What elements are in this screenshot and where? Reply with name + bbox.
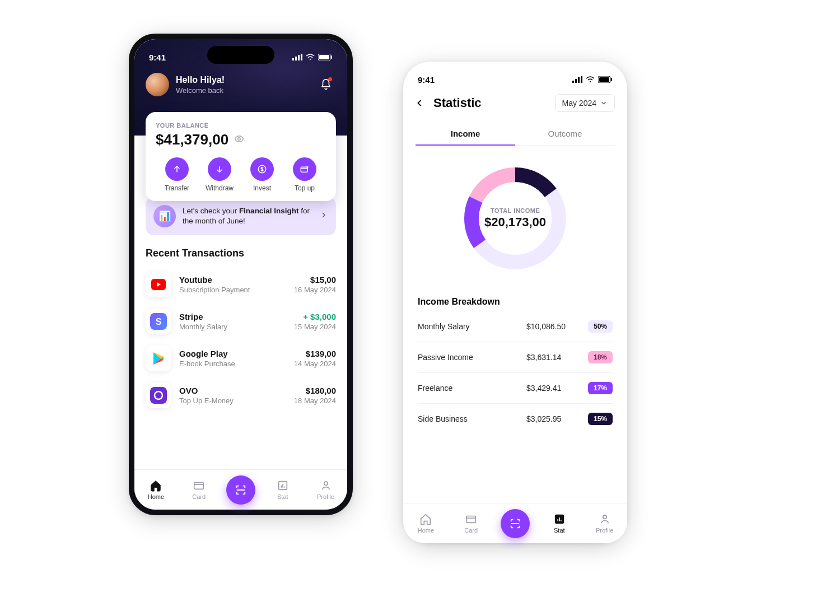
recent-transactions-title: Recent Transactions (146, 248, 336, 259)
svg-rect-2 (298, 55, 300, 60)
tab-label: Home (148, 493, 164, 500)
tab-outcome[interactable]: Outcome (515, 122, 615, 145)
avatar[interactable] (146, 73, 169, 96)
status-time: 9:41 (418, 75, 435, 85)
segmented-control: Income Outcome (416, 122, 615, 146)
svg-rect-3 (301, 54, 302, 60)
svg-rect-10 (301, 167, 307, 172)
notifications-button[interactable] (316, 74, 336, 95)
breakdown-name: Passive Income (418, 353, 526, 362)
back-button[interactable] (411, 95, 428, 111)
transaction-name: Google Play (179, 349, 286, 358)
transaction-amount: $180,00 (294, 386, 336, 395)
breakdown-amount: $3,025.95 (526, 414, 588, 423)
transaction-name: Youtube (179, 275, 286, 284)
dollar-circle-icon (257, 164, 267, 174)
tab-label: Profile (317, 493, 334, 500)
signal-icon (292, 54, 302, 60)
youtube-icon (146, 272, 171, 297)
svg-rect-16 (194, 483, 204, 489)
breakdown-name: Freelance (418, 384, 526, 393)
transaction-amount: $15,00 (294, 275, 336, 284)
notification-dot (328, 77, 332, 81)
transaction-date: 15 May 2024 (294, 323, 336, 331)
svg-rect-20 (575, 79, 577, 83)
action-label: Transfer (165, 184, 189, 192)
tab-home[interactable]: Home (140, 479, 171, 500)
svg-rect-25 (599, 77, 609, 82)
svg-rect-6 (319, 55, 329, 59)
transaction-row[interactable]: Youtube Subscription Payment $15,00 16 M… (146, 266, 336, 303)
action-withdraw[interactable]: Withdraw (202, 157, 237, 192)
wifi-icon (306, 54, 315, 60)
tab-bar: Home Card Stat Profile (403, 503, 627, 543)
tab-stat[interactable]: Stat (267, 479, 298, 500)
breakdown-row[interactable]: Passive Income $3,631.14 18% (418, 342, 613, 373)
transaction-row[interactable]: OVO Top Up E-Money $180,00 18 May 2024 (146, 377, 336, 414)
wifi-icon (586, 76, 595, 83)
svg-rect-26 (611, 78, 612, 81)
tab-income[interactable]: Income (416, 122, 515, 145)
chevron-right-icon (319, 211, 328, 222)
home-icon (150, 479, 162, 492)
transaction-date: 16 May 2024 (294, 286, 336, 294)
tab-home[interactable]: Home (410, 513, 441, 534)
tab-stat[interactable]: Stat (544, 513, 575, 534)
insight-banner[interactable]: 📊 Let's check your Financial Insight for… (146, 197, 336, 235)
tab-label: Stat (554, 527, 565, 534)
breakdown-name: Monthly Salary (418, 322, 526, 331)
tab-label: Stat (277, 493, 288, 500)
income-donut-chart: TOTAL INCOME $20,173,00 (459, 162, 571, 274)
breakdown-badge: 17% (588, 382, 613, 394)
tab-profile[interactable]: Profile (310, 479, 342, 500)
battery-icon (318, 54, 333, 60)
tab-card[interactable]: Card (183, 479, 214, 500)
breakdown-row[interactable]: Freelance $3,429.41 17% (418, 373, 613, 404)
svg-rect-22 (581, 76, 582, 83)
period-selector[interactable]: May 2024 (555, 94, 615, 112)
transaction-row[interactable]: Google Play E-book Purchase $139,00 14 M… (146, 340, 336, 377)
insight-icon: 📊 (153, 205, 176, 227)
home-icon (419, 513, 432, 525)
balance-card: YOUR BALANCE $41,379,00 Transfer Withdra… (146, 112, 336, 201)
tab-card[interactable]: Card (455, 513, 487, 534)
toggle-visibility-button[interactable] (234, 134, 244, 146)
scan-button[interactable] (226, 475, 255, 505)
arrow-down-icon (214, 164, 225, 174)
action-label: Invest (253, 184, 271, 192)
battery-icon (598, 76, 613, 83)
tab-label: Home (418, 527, 434, 534)
chart-icon (277, 479, 289, 492)
action-invest[interactable]: Invest (244, 157, 280, 192)
breakdown-row[interactable]: Side Business $3,025.95 15% (418, 404, 613, 434)
svg-point-4 (310, 59, 311, 60)
greeting-title: Hello Hilya! (176, 75, 225, 85)
breakdown-row[interactable]: Monthly Salary $10,086.50 50% (418, 311, 613, 342)
svg-rect-1 (295, 57, 297, 60)
breakdown-title: Income Breakdown (418, 297, 613, 307)
card-icon (465, 513, 477, 525)
card-icon (193, 479, 205, 492)
tab-profile[interactable]: Profile (589, 513, 620, 534)
action-transfer[interactable]: Transfer (159, 157, 195, 192)
stripe-icon: S (146, 309, 171, 334)
svg-rect-14 (150, 387, 167, 404)
tab-label: Profile (596, 527, 613, 534)
action-topup[interactable]: Top up (287, 157, 323, 192)
period-label: May 2024 (562, 99, 596, 108)
scan-button[interactable] (501, 509, 530, 538)
svg-point-23 (590, 81, 591, 82)
statistic-screen: 9:41 Statistic May 2024 Income Outcome (403, 62, 627, 543)
profile-icon (320, 479, 332, 492)
status-bar: 9:41 (403, 62, 627, 88)
svg-rect-0 (292, 58, 294, 60)
transaction-row[interactable]: S Stripe Monthly Salary + $3,000 15 May … (146, 303, 336, 340)
transaction-date: 18 May 2024 (294, 396, 336, 405)
eye-icon (234, 134, 244, 144)
ovo-icon (146, 382, 171, 408)
chart-icon (553, 513, 566, 525)
donut-label: TOTAL INCOME (491, 207, 540, 214)
wallet-plus-icon (300, 164, 310, 174)
greeting-subtitle: Welcome back (176, 86, 225, 95)
breakdown-badge: 50% (588, 320, 613, 333)
